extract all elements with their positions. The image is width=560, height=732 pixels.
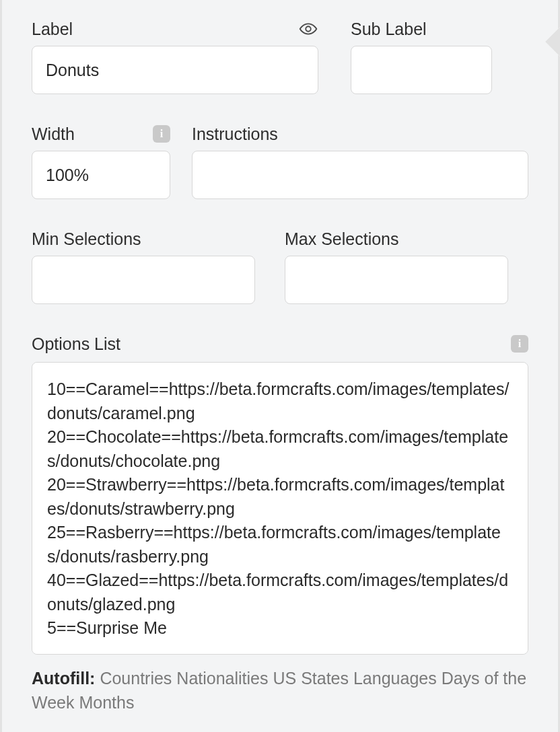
sub-label-input[interactable] [351,46,492,94]
field-options-list: Options List i [32,334,528,655]
min-selections-label: Min Selections [32,229,141,249]
row-label-sublabel: Label Sub Label [32,19,528,94]
svg-point-0 [306,26,310,31]
options-list-textarea[interactable] [32,362,528,655]
autofill-option[interactable]: Countries [100,669,172,688]
row-min-max: Min Selections Max Selections [32,229,528,304]
autofill-row: Autofill: Countries Nationalities US Sta… [32,667,528,715]
info-icon[interactable]: i [511,335,528,353]
autofill-option[interactable]: Months [74,693,134,712]
autofill-option[interactable]: Languages [349,669,437,688]
visibility-eye-icon[interactable] [298,19,318,39]
sub-label-label: Sub Label [351,20,427,39]
autofill-label: Autofill: [32,669,95,688]
width-input[interactable] [32,151,170,199]
options-list-label: Options List [32,334,120,354]
max-selections-label: Max Selections [285,229,399,249]
field-min-selections: Min Selections [32,229,255,304]
autofill-option[interactable]: Nationalities [172,669,268,688]
min-selections-input[interactable] [32,256,255,304]
row-width-instructions: Width i Instructions [32,124,528,199]
field-width: Width i [32,124,170,199]
field-label: Label [32,19,318,94]
form-field-settings-panel: Label Sub Label Width i [0,0,560,732]
label-input[interactable] [32,46,318,94]
field-instructions: Instructions [192,124,528,199]
field-max-selections: Max Selections [285,229,508,304]
instructions-input[interactable] [192,151,528,199]
label-label: Label [32,20,73,39]
field-sub-label: Sub Label [351,19,492,94]
width-label: Width [32,124,75,144]
panel-pointer [545,27,560,57]
autofill-option[interactable]: US States [269,669,349,688]
max-selections-input[interactable] [285,256,508,304]
instructions-label: Instructions [192,124,278,144]
autofill-options: Countries Nationalities US States Langua… [32,669,526,712]
info-icon[interactable]: i [153,125,170,143]
